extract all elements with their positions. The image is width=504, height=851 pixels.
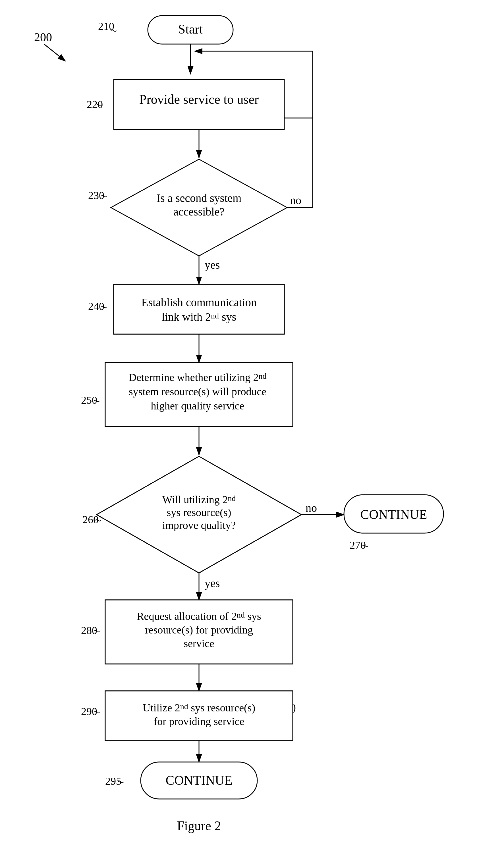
svg-text:Establish communication: Establish communication <box>141 296 257 309</box>
svg-text:higher quality service: higher quality service <box>151 400 244 412</box>
node-230-line2: accessible? <box>174 205 224 218</box>
svg-text:sys resource(s): sys resource(s) <box>167 507 231 519</box>
svg-text:improve quality?: improve quality? <box>162 519 236 531</box>
node-295-label: CONTINUE <box>165 773 232 787</box>
svg-text:resource(s) for providing: resource(s) for providing <box>145 624 253 636</box>
svg-rect-24 <box>114 284 284 334</box>
yes-label-230: yes <box>205 259 220 271</box>
flowchart-diagram: 200 210 Start 220 Provide service to use… <box>0 0 504 851</box>
svg-text:Utilize 2nd sys resource(s): Utilize 2nd sys resource(s) <box>143 702 255 714</box>
svg-text:link with 2nd sys: link with 2nd sys <box>162 311 236 323</box>
svg-text:for providing service: for providing service <box>154 715 245 727</box>
no-label-260: no <box>306 501 317 514</box>
node-220-label: Provide service to user <box>139 92 259 107</box>
label-220: 220 <box>87 99 103 110</box>
diagram-id-label: 200 <box>34 31 52 44</box>
svg-text:system resource(s) will produc: system resource(s) will produce <box>129 386 266 398</box>
node-230-line1: Is a second system <box>157 192 241 205</box>
svg-text:service: service <box>184 637 214 650</box>
no-label-230: no <box>290 194 301 207</box>
svg-text:Will utilizing 2nd: Will utilizing 2nd <box>162 494 236 506</box>
svg-text:Determine whether utilizing 2n: Determine whether utilizing 2nd <box>129 371 267 383</box>
figure-label: Figure 2 <box>177 819 221 833</box>
node-270-label: CONTINUE <box>360 507 427 522</box>
start-node-label: Start <box>178 22 203 36</box>
yes-label-260: yes <box>205 577 220 590</box>
